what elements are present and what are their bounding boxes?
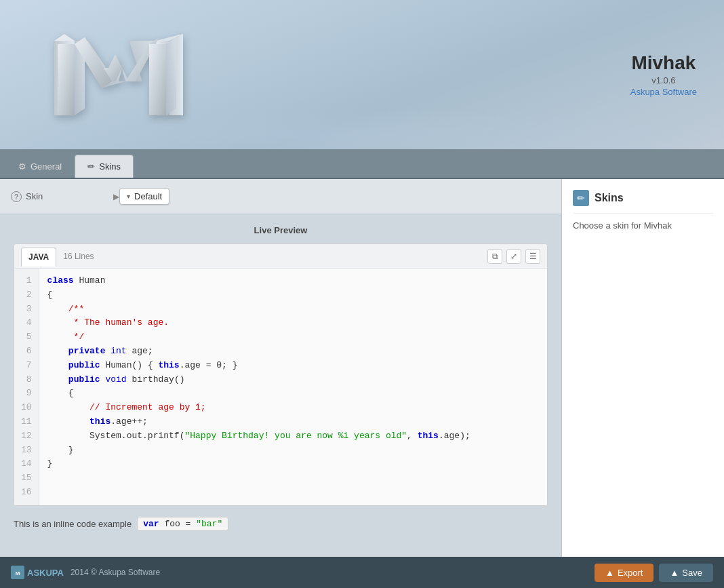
tab-skins[interactable]: ✏ Skins — [75, 155, 134, 178]
inline-code-value: var foo = "bar" — [137, 517, 228, 531]
tabs-bar: ⚙ General ✏ Skins — [0, 149, 724, 179]
gear-icon: ⚙ — [18, 161, 26, 172]
footer-logo-text: ASKUPA — [27, 568, 64, 578]
help-icon: ? — [11, 191, 22, 202]
skin-selector-row: ? Skin ▶ ▾ Default — [0, 179, 561, 214]
svg-marker-9 — [58, 44, 75, 115]
line-numbers: 12345 678910 1112131415 16 — [14, 269, 39, 505]
brush-icon: ✏ — [87, 161, 95, 172]
footer-copyright: 2014 © Askupa Software — [71, 568, 160, 577]
skin-label: Skin — [26, 191, 43, 201]
code-toolbar: JAVA 16 Lines ⧉ ⤢ ☰ — [14, 244, 547, 269]
footer-logo: M ASKUPA — [11, 566, 64, 579]
code-lines-label: 16 Lines — [63, 252, 94, 261]
code-lines: class Human { /** * The human's age. */ … — [39, 269, 547, 505]
main-area: ? Skin ▶ ▾ Default Live Preview JAVA 16 … — [0, 179, 724, 557]
paintbrush-icon: ✏ — [573, 190, 589, 206]
tab-skins-label: Skins — [99, 161, 121, 172]
tab-general[interactable]: ⚙ General — [5, 155, 75, 178]
right-panel-title: Skins — [595, 192, 624, 204]
left-panel: ? Skin ▶ ▾ Default Live Preview JAVA 16 … — [0, 179, 561, 557]
inline-example-text: This is an inline code example — [14, 519, 132, 529]
arrow-right-icon: ▶ — [113, 192, 119, 201]
app-link[interactable]: Askupa Software — [630, 87, 697, 97]
skin-selected-value: Default — [134, 191, 162, 201]
footer: M ASKUPA 2014 © Askupa Software ▲ Export… — [0, 557, 724, 588]
app-name: Mivhak — [630, 52, 697, 74]
save-label: Save — [682, 568, 702, 578]
app-logo — [41, 20, 203, 129]
dropdown-arrow-icon: ▾ — [127, 193, 130, 200]
copy-icon[interactable]: ⧉ — [487, 249, 502, 264]
code-content: 12345 678910 1112131415 16 class Human {… — [14, 269, 547, 505]
header-banner: Mivhak v1.0.6 Askupa Software — [0, 0, 724, 149]
code-toolbar-icons: ⧉ ⤢ ☰ — [487, 249, 540, 264]
live-preview-title: Live Preview — [14, 225, 548, 235]
footer-brand: M ASKUPA 2014 © Askupa Software — [11, 566, 160, 579]
svg-marker-7 — [54, 34, 75, 41]
export-label: Export — [618, 568, 643, 578]
svg-marker-15 — [166, 37, 176, 115]
export-button[interactable]: ▲ Export — [595, 564, 653, 582]
footer-buttons: ▲ Export ▲ Save — [595, 564, 713, 582]
right-panel-header: ✏ Skins — [573, 190, 713, 214]
expand-icon[interactable]: ⤢ — [506, 249, 521, 264]
inline-code-example: This is an inline code example var foo =… — [14, 517, 548, 531]
app-version: v1.0.6 — [630, 75, 697, 85]
menu-icon[interactable]: ☰ — [525, 249, 540, 264]
skin-label-area: ? Skin ▶ — [11, 191, 119, 202]
footer-logo-icon: M — [11, 566, 24, 579]
code-language-tab[interactable]: JAVA — [21, 248, 56, 267]
right-panel-description: Choose a skin for Mivhak — [573, 220, 713, 231]
tab-general-label: General — [31, 161, 62, 172]
app-info: Mivhak v1.0.6 Askupa Software — [630, 52, 697, 97]
export-arrow-icon: ▲ — [605, 568, 614, 578]
live-preview: Live Preview JAVA 16 Lines ⧉ ⤢ ☰ 12345 — [0, 214, 561, 557]
code-block: JAVA 16 Lines ⧉ ⤢ ☰ 12345 678910 1112131… — [14, 243, 548, 506]
save-button[interactable]: ▲ Save — [659, 564, 713, 582]
logo-container — [27, 14, 217, 136]
svg-marker-14 — [149, 44, 166, 115]
save-arrow-icon: ▲ — [670, 568, 679, 578]
skin-dropdown[interactable]: ▾ Default — [119, 188, 169, 205]
svg-text:M: M — [16, 570, 20, 576]
right-panel: ✏ Skins Choose a skin for Mivhak — [561, 179, 724, 557]
